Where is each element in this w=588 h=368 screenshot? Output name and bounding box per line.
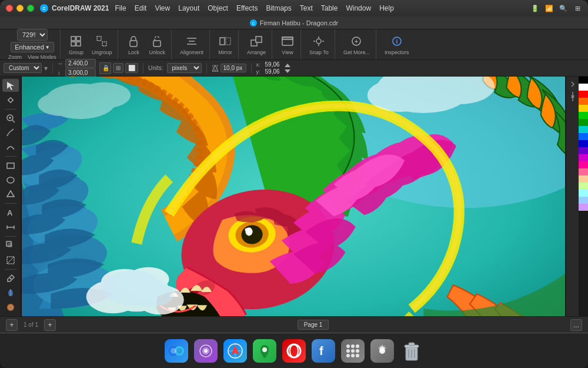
units-select[interactable]: pixels inches mm xyxy=(167,63,202,73)
menu-table[interactable]: Table xyxy=(321,4,338,12)
safari-icon xyxy=(223,339,247,363)
menu-bitmaps[interactable]: Bitmaps xyxy=(266,4,291,12)
color-white[interactable] xyxy=(579,84,588,91)
snap-to-button[interactable]: Snap To xyxy=(306,32,332,57)
dock-safari[interactable] xyxy=(222,338,248,364)
menu-layout[interactable]: Layout xyxy=(178,4,199,12)
align-right-icon[interactable] xyxy=(567,91,578,102)
dock-fontbase[interactable]: f xyxy=(310,338,336,364)
right-mini-toolbar xyxy=(566,77,579,316)
minimize-button[interactable] xyxy=(16,5,24,12)
canvas-viewport[interactable] xyxy=(21,77,566,316)
color-peach[interactable] xyxy=(579,175,588,183)
menu-window[interactable]: Window xyxy=(346,4,371,12)
color-lavender[interactable] xyxy=(579,204,588,211)
zoom-tool[interactable] xyxy=(2,112,19,125)
color-magenta[interactable] xyxy=(579,154,588,161)
props-separator-4 xyxy=(251,63,252,74)
expand-right-icon[interactable] xyxy=(567,79,578,89)
dock-maps[interactable] xyxy=(252,338,278,364)
alignment-button[interactable]: Alignment xyxy=(176,32,207,57)
polygon-tool[interactable] xyxy=(2,188,19,201)
unlock-button[interactable]: Unlock xyxy=(145,32,169,57)
nudge-input[interactable] xyxy=(220,64,246,72)
close-button[interactable] xyxy=(6,5,13,12)
svg-rect-21 xyxy=(282,37,293,39)
dock-launchpad[interactable] xyxy=(340,338,366,364)
color-blue[interactable] xyxy=(579,140,588,147)
add-page-button[interactable]: + xyxy=(6,319,18,331)
svg-rect-5 xyxy=(76,37,81,41)
color-purple[interactable] xyxy=(579,147,588,154)
menu-file[interactable]: File xyxy=(115,4,126,12)
color-pink[interactable] xyxy=(579,161,588,168)
arrange-button[interactable]: Arrange xyxy=(243,32,269,57)
svg-point-84 xyxy=(38,92,85,116)
page-size-button[interactable]: ⬜ xyxy=(125,63,138,73)
dock-siri[interactable] xyxy=(193,338,219,364)
color-cyan[interactable] xyxy=(579,126,588,133)
smartdraw-tool[interactable] xyxy=(2,141,19,154)
drop-shadow-tool[interactable] xyxy=(2,239,19,252)
ellipse-tool[interactable] xyxy=(2,173,19,186)
width-input[interactable] xyxy=(65,59,96,68)
status-options-button[interactable]: ... xyxy=(570,319,582,331)
dock-finder[interactable] xyxy=(163,338,189,364)
smart-fill-tool[interactable] xyxy=(2,301,19,314)
app-content: C Firman Hatibu - Dragon.cdr 729% 100% 5… xyxy=(0,16,588,333)
menu-object[interactable]: Object xyxy=(208,4,228,12)
menu-text[interactable]: Text xyxy=(300,4,313,12)
color-sky[interactable] xyxy=(579,197,588,204)
freehand-tool[interactable] xyxy=(2,126,19,139)
color-black[interactable] xyxy=(579,77,588,84)
color-yellow[interactable] xyxy=(579,105,588,112)
preset-arrow-icon[interactable]: ▾ xyxy=(44,64,48,72)
svg-text:C: C xyxy=(42,6,45,11)
search-icon[interactable]: 🔍 xyxy=(559,4,568,13)
inspectors-toolbar-group: i Inspectors xyxy=(379,29,415,59)
color-pink-light[interactable] xyxy=(579,168,588,175)
color-red[interactable] xyxy=(579,91,588,98)
color-aqua[interactable] xyxy=(579,190,588,197)
pointer-tool[interactable] xyxy=(2,79,19,92)
text-tool[interactable]: A xyxy=(2,206,19,219)
svg-rect-9 xyxy=(102,42,106,46)
color-green[interactable] xyxy=(579,119,588,126)
menu-view[interactable]: View xyxy=(155,4,170,12)
rectangle-tool[interactable] xyxy=(2,159,19,172)
transparency-tool[interactable] xyxy=(2,253,19,266)
lock-button[interactable]: Lock xyxy=(123,32,144,57)
maximize-button[interactable] xyxy=(27,5,34,12)
mirror-button[interactable]: Mirror xyxy=(215,32,236,57)
color-green-light[interactable] xyxy=(579,112,588,119)
color-lime[interactable] xyxy=(579,183,588,190)
add-page-button-2[interactable]: + xyxy=(44,319,56,331)
zoom-select[interactable]: 729% 100% 50% xyxy=(17,29,48,41)
view-button[interactable]: View xyxy=(277,32,298,57)
height-input[interactable] xyxy=(65,68,96,77)
ungroup-button[interactable]: Ungroup xyxy=(88,32,116,57)
workspace: A xyxy=(0,77,588,316)
interactive-fill-tool[interactable] xyxy=(2,286,19,299)
menu-edit[interactable]: Edit xyxy=(135,4,147,12)
color-orange[interactable] xyxy=(579,98,588,105)
dock-opera[interactable] xyxy=(281,338,307,364)
lock-ratio-button[interactable]: 🔒 xyxy=(99,62,111,74)
original-size-button[interactable]: ⊞ xyxy=(113,63,123,73)
dock-trash[interactable] xyxy=(399,338,425,364)
group-button[interactable]: Group xyxy=(65,32,87,57)
dock-preferences[interactable] xyxy=(369,338,395,364)
menu-effects[interactable]: Effects xyxy=(236,4,258,12)
get-more-button[interactable]: + Get More... xyxy=(340,32,373,57)
svg-rect-7 xyxy=(76,42,81,46)
preset-select[interactable]: Custom xyxy=(4,63,42,73)
node-tool[interactable] xyxy=(2,93,19,106)
inspectors-button[interactable]: i Inspectors xyxy=(381,32,413,57)
menu-help[interactable]: Help xyxy=(379,4,394,12)
maps-icon xyxy=(253,339,276,363)
view-mode-button[interactable]: Enhanced ▼ xyxy=(11,42,54,52)
control-center-icon[interactable]: ⊞ xyxy=(573,4,582,13)
eyedropper-tool[interactable] xyxy=(2,272,19,285)
parallel-dim-tool[interactable] xyxy=(2,221,19,234)
color-blue-light[interactable] xyxy=(579,133,588,140)
